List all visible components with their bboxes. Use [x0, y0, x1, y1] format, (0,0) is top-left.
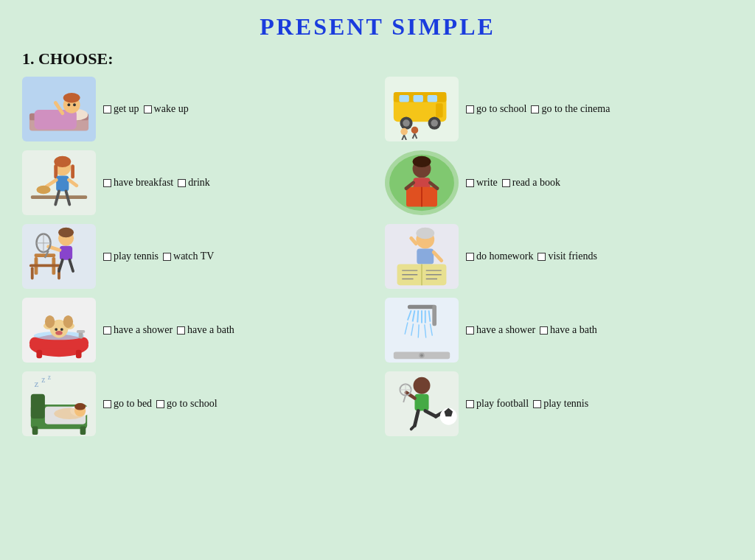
section-label: 1. CHOOSE: — [22, 49, 733, 69]
svg-point-80 — [60, 328, 63, 331]
breakfast-image — [22, 150, 96, 215]
go-school-choices: go to school go to the cinema — [466, 103, 610, 115]
checkbox-go-to-school2[interactable] — [156, 400, 164, 408]
list-item: z z z — [22, 371, 370, 437]
svg-line-118 — [425, 411, 436, 417]
choice-go-to-cinema: go to the cinema — [531, 103, 610, 115]
svg-line-35 — [66, 191, 70, 204]
svg-rect-84 — [36, 350, 42, 358]
svg-point-32 — [36, 186, 50, 194]
list-item: go to school go to the cinema — [385, 76, 733, 142]
school-bus-image — [385, 77, 459, 141]
breakfast-choices: have breakfast drink — [103, 177, 210, 189]
svg-rect-29 — [56, 175, 69, 191]
checkbox-visit-friends[interactable] — [537, 253, 546, 261]
svg-point-61 — [416, 228, 434, 239]
checkbox-have-breakfast[interactable] — [103, 179, 111, 187]
svg-rect-48 — [31, 267, 34, 279]
svg-point-83 — [63, 315, 73, 328]
shower-bath-choices1: have a shower have a bath — [103, 324, 234, 336]
svg-point-103 — [420, 354, 423, 357]
checkbox-read-a-book[interactable] — [502, 179, 510, 187]
svg-rect-12 — [414, 95, 423, 102]
checkbox-go-to-bed[interactable] — [103, 400, 111, 408]
bath-image — [22, 298, 96, 363]
svg-rect-52 — [60, 246, 72, 260]
checkbox-have-bath1[interactable] — [177, 326, 185, 335]
svg-line-34 — [55, 191, 59, 204]
checkbox-go-to-cinema[interactable] — [531, 105, 539, 113]
checkbox-go-to-school1[interactable] — [466, 105, 474, 113]
homework-choices: do homework visit friends — [466, 251, 597, 262]
checkbox-have-shower2[interactable] — [466, 326, 474, 335]
checkbox-wake-up[interactable] — [144, 105, 152, 113]
checkbox-drink[interactable] — [178, 179, 186, 187]
choice-have-breakfast: have breakfast — [103, 177, 173, 189]
svg-line-120 — [414, 411, 418, 426]
checkbox-play-football[interactable] — [466, 400, 474, 408]
svg-line-121 — [411, 426, 415, 430]
svg-line-95 — [429, 310, 431, 321]
svg-line-92 — [417, 310, 418, 322]
svg-point-113 — [74, 403, 86, 410]
choice-have-shower2: have a shower — [466, 324, 535, 336]
svg-rect-87 — [77, 330, 85, 333]
reading-choices: write read a book — [466, 177, 560, 189]
svg-point-5 — [63, 93, 80, 102]
choice-read-a-book: read a book — [502, 177, 560, 189]
checkbox-get-up[interactable] — [103, 105, 111, 113]
svg-rect-108 — [31, 394, 45, 419]
football-image — [385, 371, 459, 436]
page-title: PRESENT SIMPLE — [22, 13, 733, 41]
svg-rect-85 — [76, 350, 82, 358]
wake-up-image — [22, 77, 96, 141]
svg-line-62 — [411, 238, 417, 244]
checkbox-do-homework[interactable] — [466, 253, 474, 261]
choice-play-tennis1: play tennis — [103, 251, 159, 262]
svg-text:z: z — [48, 373, 51, 381]
svg-rect-27 — [54, 164, 58, 178]
svg-text:z: z — [35, 378, 39, 389]
checkbox-watch-tv[interactable] — [163, 253, 171, 261]
choice-drink: drink — [178, 177, 210, 189]
svg-point-18 — [431, 119, 438, 127]
checkbox-play-tennis1[interactable] — [103, 253, 111, 261]
svg-rect-88 — [408, 305, 436, 309]
reading-image — [385, 150, 459, 215]
checkbox-have-bath2[interactable] — [540, 326, 548, 335]
football-choices: play football play tennis — [466, 398, 588, 410]
checkbox-write[interactable] — [466, 179, 474, 187]
svg-point-51 — [58, 228, 74, 237]
svg-line-64 — [434, 252, 442, 260]
wake-up-choices: get up wake up — [103, 103, 189, 115]
page: PRESENT SIMPLE 1. CHOOSE: — [0, 0, 755, 560]
svg-rect-13 — [428, 95, 437, 102]
svg-line-53 — [59, 260, 63, 271]
bed-image: z z z — [22, 371, 96, 436]
svg-point-16 — [403, 119, 410, 127]
choice-have-bath2: have a bath — [540, 324, 597, 336]
list-item: get up wake up — [22, 76, 370, 142]
svg-line-96 — [405, 323, 408, 335]
svg-line-21 — [404, 135, 406, 140]
choice-visit-friends: visit friends — [537, 251, 597, 262]
choice-play-football: play football — [466, 398, 529, 410]
svg-point-82 — [45, 315, 55, 328]
svg-line-128 — [403, 396, 406, 403]
checkbox-have-shower1[interactable] — [103, 326, 111, 335]
svg-point-81 — [55, 331, 63, 335]
choice-play-tennis2: play tennis — [533, 398, 588, 410]
svg-rect-89 — [432, 305, 436, 326]
shower-bath-choices2: have a shower have a bath — [466, 324, 597, 336]
choice-do-homework: do homework — [466, 251, 533, 262]
checkbox-play-tennis2[interactable] — [533, 400, 541, 408]
svg-point-7 — [73, 103, 76, 106]
svg-rect-117 — [414, 394, 428, 411]
svg-rect-14 — [436, 103, 443, 117]
list-item: have a shower have a bath — [385, 297, 733, 363]
svg-line-54 — [69, 260, 73, 271]
tennis-choices: play tennis watch TV — [103, 251, 214, 262]
svg-rect-28 — [71, 164, 74, 178]
choice-wake-up: wake up — [144, 103, 189, 115]
svg-line-91 — [413, 310, 415, 321]
